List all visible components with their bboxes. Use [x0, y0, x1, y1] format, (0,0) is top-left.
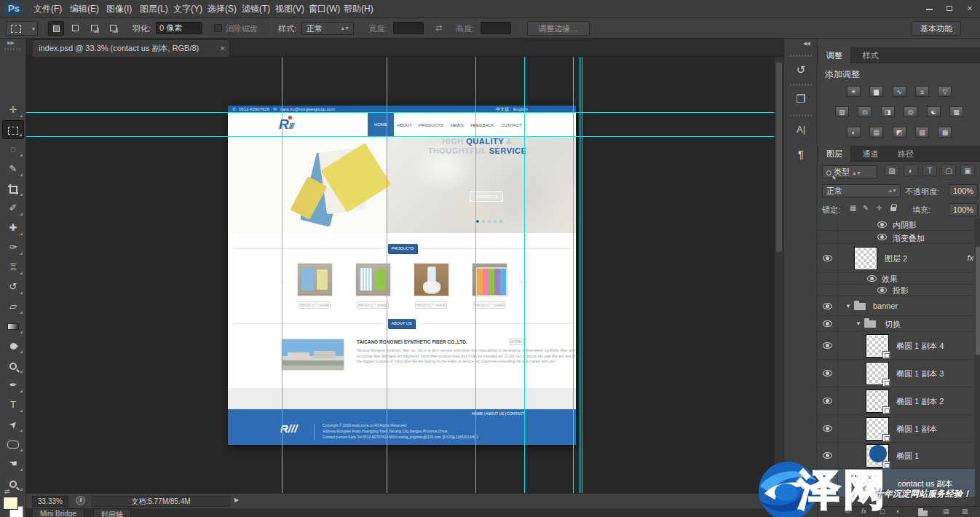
- hue-saturation-icon[interactable]: ▥: [835, 106, 849, 117]
- crop-tool[interactable]: [2, 179, 24, 198]
- tab-layers[interactable]: 图层: [818, 146, 851, 162]
- black-white-icon[interactable]: ◨: [881, 106, 895, 117]
- menu-help[interactable]: 帮助(H): [339, 0, 378, 18]
- collapse-toolbar-icon[interactable]: ▶▶: [7, 40, 14, 46]
- height-input[interactable]: [481, 22, 511, 34]
- restore-button[interactable]: [941, 3, 958, 14]
- tab-adjustments[interactable]: 调整: [818, 47, 851, 63]
- minimize-button[interactable]: [920, 3, 938, 14]
- refine-edge-button[interactable]: 调整边缘…: [527, 21, 590, 36]
- layer-mask-icon[interactable]: ◻: [880, 508, 885, 515]
- threshold-icon[interactable]: ◩: [893, 127, 906, 138]
- width-input[interactable]: [393, 22, 424, 34]
- layer-effect-row[interactable]: 渐变叠加: [818, 231, 980, 244]
- blend-mode-select[interactable]: 正常▲▼: [822, 184, 901, 197]
- swap-dimensions-icon[interactable]: ⇄: [435, 23, 442, 33]
- menu-type[interactable]: 文字(Y): [169, 0, 207, 18]
- rectangular-marquee-tool[interactable]: [2, 120, 24, 139]
- visibility-eye-icon[interactable]: [823, 480, 832, 486]
- layer-row[interactable]: 椭圆 1: [818, 443, 980, 469]
- brush-tool[interactable]: ✑: [2, 238, 24, 257]
- visibility-eye-icon[interactable]: [823, 303, 832, 309]
- visibility-eye-icon[interactable]: [823, 342, 832, 349]
- color-lookup-icon[interactable]: ▦: [949, 106, 963, 117]
- status-menu-arrow-icon[interactable]: ▶: [234, 497, 239, 503]
- photo-filter-icon[interactable]: ◎: [904, 106, 917, 117]
- new-group-icon[interactable]: [918, 510, 928, 516]
- intersect-selection-button[interactable]: [105, 21, 121, 36]
- tab-timeline[interactable]: 时间轴: [93, 508, 131, 517]
- paragraph-panel-icon[interactable]: ¶: [787, 143, 815, 165]
- eyedropper-tool[interactable]: ✐: [2, 199, 24, 218]
- visibility-eye-icon[interactable]: [877, 221, 887, 228]
- expand-triangle-icon[interactable]: ▼: [855, 320, 861, 327]
- filter-shape-layers-icon[interactable]: ▢: [941, 165, 956, 176]
- workspace-button[interactable]: 基本功能: [912, 21, 961, 36]
- visibility-eye-icon[interactable]: [823, 452, 832, 459]
- type-tool[interactable]: T: [2, 395, 24, 414]
- dodge-tool[interactable]: [2, 356, 24, 375]
- menu-file[interactable]: 文件(F): [29, 0, 66, 18]
- style-select[interactable]: 正常▲▼: [301, 22, 354, 35]
- layer-row[interactable]: 椭圆 1 副本 4: [818, 332, 980, 360]
- filter-adjustment-layers-icon[interactable]: ◐: [904, 165, 918, 176]
- vibrance-icon[interactable]: ▽: [938, 86, 952, 97]
- tab-mini-bridge[interactable]: Mini Bridge: [32, 508, 84, 517]
- spot-healing-brush-tool[interactable]: ✚: [2, 218, 24, 237]
- invert-icon[interactable]: ◐: [847, 127, 861, 138]
- hand-tool[interactable]: ☚: [2, 454, 24, 473]
- menu-select[interactable]: 选择(S): [203, 0, 241, 18]
- clone-stamp-tool[interactable]: ♖: [2, 258, 24, 277]
- lasso-tool[interactable]: ◌: [2, 140, 24, 159]
- layer-group-row[interactable]: ▼ banner: [818, 296, 980, 316]
- lock-position-icon[interactable]: ✛: [876, 204, 882, 212]
- layer-thumbnail[interactable]: T ⚠: [855, 472, 879, 495]
- selective-color-icon[interactable]: ▩: [938, 127, 952, 138]
- tab-channels[interactable]: 通道: [854, 146, 886, 162]
- brightness-contrast-icon[interactable]: ☀: [847, 86, 861, 97]
- quick-selection-tool[interactable]: ✎: [2, 159, 24, 178]
- layer-row[interactable]: 椭圆 1 副本 3: [818, 360, 980, 387]
- visibility-eye-icon[interactable]: [867, 275, 877, 282]
- levels-icon[interactable]: ▆: [869, 86, 883, 97]
- swap-colors-icon[interactable]: ⇄: [4, 488, 10, 495]
- lock-transparency-icon[interactable]: ▦: [850, 204, 856, 212]
- new-selection-button[interactable]: [48, 21, 64, 36]
- tab-close-icon[interactable]: ×: [221, 40, 225, 56]
- filter-pixel-layers-icon[interactable]: ▨: [885, 165, 899, 176]
- canvas-scrollbar[interactable]: [774, 57, 783, 493]
- layer-thumbnail[interactable]: [866, 417, 889, 441]
- pen-tool[interactable]: ✒: [2, 376, 24, 395]
- subtract-selection-button[interactable]: [86, 21, 102, 36]
- menu-filter[interactable]: 滤镜(T): [237, 0, 274, 18]
- color-balance-icon[interactable]: ⚖: [858, 106, 872, 117]
- blur-tool[interactable]: [2, 336, 24, 355]
- layer-row[interactable]: 椭圆 1 副本: [818, 415, 980, 443]
- foreground-color-swatch[interactable]: [4, 497, 17, 509]
- visibility-eye-icon[interactable]: [823, 425, 832, 432]
- filter-smart-objects-icon[interactable]: ▣: [960, 165, 975, 176]
- layer-effect-row[interactable]: 内阴影: [818, 218, 980, 231]
- properties-panel-icon[interactable]: ❒: [787, 88, 815, 110]
- fx-badge[interactable]: fx: [967, 253, 973, 262]
- menu-edit[interactable]: 编辑(E): [66, 0, 103, 18]
- layer-row[interactable]: 椭圆 1 副本 2: [818, 387, 980, 415]
- layer-thumbnail[interactable]: [854, 247, 877, 270]
- gradient-tool[interactable]: [2, 317, 24, 336]
- history-panel-icon[interactable]: ↺: [787, 59, 815, 81]
- layer-style-icon[interactable]: fx: [861, 508, 866, 515]
- menu-image[interactable]: 图像(I): [102, 0, 136, 18]
- filter-type-select[interactable]: 类型 ▲▼: [822, 165, 877, 178]
- posterize-icon[interactable]: ▤: [869, 127, 883, 138]
- fill-value[interactable]: 100%: [949, 203, 978, 216]
- exposure-icon[interactable]: ±: [915, 86, 929, 97]
- path-selection-tool[interactable]: ➤: [2, 415, 24, 434]
- move-tool[interactable]: ✛: [2, 100, 24, 119]
- tool-preset-picker[interactable]: ▼: [6, 21, 38, 36]
- adjustment-layer-icon[interactable]: ◐: [896, 508, 900, 515]
- delete-layer-icon[interactable]: ▥: [962, 508, 968, 515]
- gradient-map-icon[interactable]: ▧: [915, 127, 929, 138]
- menu-view[interactable]: 视图(V): [271, 0, 309, 18]
- link-layers-icon[interactable]: ∞: [845, 508, 850, 515]
- antialias-checkbox[interactable]: [214, 24, 222, 32]
